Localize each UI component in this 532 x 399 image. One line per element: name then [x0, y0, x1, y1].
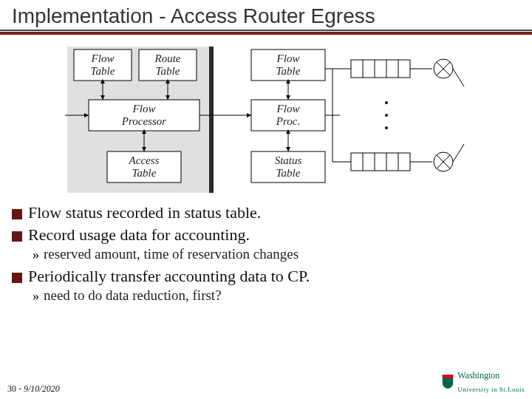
queue-top — [351, 60, 410, 78]
logo-sub: University in St.Louis — [457, 386, 525, 393]
conn-mux-bot-out — [453, 144, 464, 162]
ellipsis-dot-2 — [385, 114, 388, 117]
conn-mux-top-out — [453, 69, 464, 86]
label-flow-table-2a: Flow — [276, 52, 300, 64]
label-status-table-a: Status — [275, 154, 302, 166]
diagram-area: Flow Table Route Table Flow Table Flow P… — [0, 42, 532, 197]
label-access-table-a: Access — [129, 154, 160, 166]
footer-left: 30 - 9/10/2020 — [7, 383, 60, 395]
label-access-table-b: Table — [132, 167, 157, 179]
label-status-table-b: Table — [276, 167, 301, 179]
bullet-marker — [12, 231, 22, 242]
queue-bottom — [351, 153, 410, 171]
bullet-marker — [12, 209, 22, 219]
subbullet-marker: » — [33, 246, 39, 264]
slide: Implementation - Access Router Egress Fl… — [0, 0, 532, 399]
subbullet-1: » reserved amount, time of reservation c… — [33, 246, 520, 264]
svg-rect-5 — [351, 153, 410, 171]
bullet-marker — [12, 273, 22, 283]
svg-rect-0 — [351, 60, 410, 78]
subbullet-2-text: need to do data reduction, first? — [44, 287, 222, 304]
footer-date: 9/10/2020 — [24, 383, 60, 394]
label-flow-processor-a: Flow — [132, 103, 156, 115]
bullet-3-text: Periodically transfer accounting data to… — [28, 267, 310, 286]
footer-page: 30 — [7, 383, 16, 394]
label-route-table-a: Route — [154, 52, 181, 64]
subbullet-marker: » — [33, 287, 39, 305]
body-content: Flow status recorded in status table. Re… — [0, 197, 532, 305]
shield-icon — [441, 373, 454, 389]
ellipsis-dot-3 — [385, 126, 388, 129]
logo-main: Washington — [457, 370, 499, 381]
bullet-2-text: Record usage data for accounting. — [28, 225, 250, 245]
ellipsis-dot-1 — [385, 101, 388, 104]
label-flow-table-2b: Table — [276, 65, 301, 77]
bullet-1: Flow status recorded in status table. — [12, 203, 520, 222]
divider-thick — [0, 32, 532, 35]
footer-sep: - — [18, 383, 21, 394]
divider-thin — [0, 30, 532, 31]
subbullet-1-text: reserved amount, time of reservation cha… — [44, 246, 299, 262]
bullet-2: Record usage data for accounting. — [12, 225, 520, 245]
wustl-text: Washington University in St.Louis — [457, 368, 525, 395]
diagram-svg: Flow Table Route Table Flow Table Flow P… — [0, 42, 532, 197]
footer: 30 - 9/10/2020 Washington University in … — [7, 368, 525, 395]
label-flow-proc-a: Flow — [276, 103, 300, 115]
bullet-1-text: Flow status recorded in status table. — [28, 203, 261, 222]
label-flow-table-1b: Table — [91, 65, 115, 77]
label-route-table-b: Table — [156, 65, 180, 77]
subbullet-2: » need to do data reduction, first? — [33, 287, 520, 305]
wustl-logo: Washington University in St.Louis — [441, 368, 525, 395]
bullet-3: Periodically transfer accounting data to… — [12, 267, 520, 286]
slide-title: Implementation - Access Router Egress — [0, 0, 532, 30]
diagram-block-edge — [209, 47, 214, 193]
label-flow-processor-b: Processor — [121, 115, 166, 127]
label-flow-table-1a: Flow — [91, 52, 115, 64]
label-flow-proc-b: Proc. — [276, 115, 300, 127]
